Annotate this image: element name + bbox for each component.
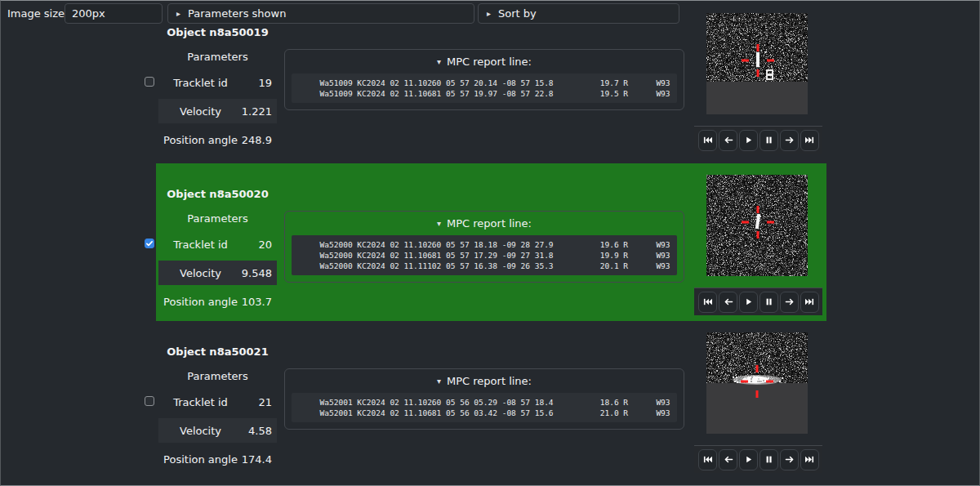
- position-angle-label: Position angle: [158, 134, 241, 146]
- parameters-header: Parameters: [158, 212, 277, 225]
- position-angle-row: Position angle 174.4: [158, 447, 277, 471]
- pause-icon: [764, 136, 773, 145]
- mpc-report-label: MPC report line:: [447, 56, 532, 68]
- mpc-report-lines: Wa52000 KC2024 02 11.10260 05 57 18.18 -…: [292, 235, 677, 275]
- arrow-left-icon: [724, 136, 733, 145]
- velocity-value: 4.58: [241, 425, 277, 437]
- tracklet-id-row: Tracklet id 19: [158, 70, 277, 95]
- position-angle-value: 248.9: [241, 134, 277, 146]
- tracklet-id-value: 20: [241, 239, 277, 251]
- play-icon: [744, 136, 753, 145]
- check-icon: [145, 239, 154, 247]
- pause-button[interactable]: [760, 292, 778, 313]
- tracklet-id-value: 21: [241, 396, 277, 408]
- velocity-label: Velocity: [158, 267, 241, 279]
- mpc-report-lines: Wa51009 KC2024 02 11.10260 05 57 20.14 -…: [292, 74, 677, 103]
- last-frame-button[interactable]: [800, 449, 819, 470]
- object-cutout-image[interactable]: [706, 175, 808, 276]
- playback-controls: [694, 288, 822, 315]
- object-select-checkbox[interactable]: [145, 396, 154, 406]
- parameters-header: Parameters: [158, 51, 277, 63]
- position-angle-row: Position angle 103.7: [158, 289, 277, 314]
- velocity-label: Velocity: [158, 105, 241, 118]
- position-angle-value: 174.4: [241, 453, 277, 466]
- first-frame-button[interactable]: [698, 130, 717, 151]
- chevron-down-icon: ▾: [437, 377, 441, 386]
- skip-forward-icon: [804, 136, 815, 145]
- chevron-down-icon: ▾: [437, 57, 441, 66]
- tracklet-id-label: Tracklet id: [158, 77, 241, 89]
- position-angle-label: Position angle: [158, 296, 241, 308]
- skip-backward-icon: [702, 297, 713, 306]
- next-frame-button[interactable]: [780, 130, 799, 151]
- tracklet-id-label: Tracklet id: [158, 239, 241, 251]
- pause-icon: [764, 455, 773, 464]
- last-frame-button[interactable]: [800, 292, 819, 313]
- first-frame-button[interactable]: [698, 292, 717, 313]
- skip-backward-icon: [702, 455, 713, 464]
- playback-controls: [694, 126, 822, 154]
- play-icon: [744, 297, 753, 306]
- mpc-report-box: ▾ MPC report line: Wa51009 KC2024 02 11.…: [284, 49, 684, 110]
- mpc-report-lines: Wa52001 KC2024 02 11.10260 05 56 05.29 -…: [292, 393, 677, 422]
- object-cutout-image[interactable]: [706, 332, 808, 434]
- object-title: Object n8a50021: [158, 346, 277, 358]
- object-row: Object n8a50020 Parameters Tracklet id 2…: [1, 163, 980, 321]
- mpc-report-expander[interactable]: ▾ MPC report line:: [292, 56, 677, 68]
- tracklet-viewer-window: Image size: ▸ Parameters shown ▸ Sort by…: [0, 0, 980, 486]
- velocity-row: Velocity 1.221: [158, 99, 277, 123]
- chevron-down-icon: ▾: [437, 219, 441, 228]
- play-icon: [744, 455, 753, 464]
- object-select-checkbox[interactable]: [145, 77, 154, 87]
- play-button[interactable]: [739, 449, 758, 470]
- arrow-right-icon: [785, 297, 795, 306]
- velocity-value: 1.221: [241, 105, 277, 118]
- playback-controls: [694, 445, 822, 473]
- mpc-report-box: ▾ MPC report line: Wa52000 KC2024 02 11.…: [284, 211, 684, 283]
- position-angle-row: Position angle 248.9: [158, 127, 277, 152]
- previous-frame-button[interactable]: [719, 292, 737, 313]
- object-title: Object n8a50019: [158, 26, 277, 38]
- velocity-value: 9.548: [241, 267, 277, 279]
- object-row: Object n8a50019 Parameters Tracklet id 1…: [1, 2, 980, 163]
- arrow-left-icon: [724, 455, 733, 464]
- object-select-checkbox[interactable]: [145, 239, 154, 248]
- tracklet-id-row: Tracklet id 21: [158, 390, 277, 414]
- object-row: Object n8a50021 Parameters Tracklet id 2…: [1, 321, 980, 486]
- tracklet-id-label: Tracklet id: [158, 396, 241, 408]
- skip-forward-icon: [804, 297, 815, 306]
- pause-button[interactable]: [760, 449, 778, 470]
- object-cutout-image[interactable]: [706, 13, 808, 114]
- mpc-report-expander[interactable]: ▾ MPC report line:: [292, 375, 677, 387]
- position-angle-label: Position angle: [158, 453, 241, 466]
- first-frame-button[interactable]: [698, 449, 717, 470]
- mpc-report-expander[interactable]: ▾ MPC report line:: [292, 217, 677, 230]
- previous-frame-button[interactable]: [719, 449, 737, 470]
- previous-frame-button[interactable]: [719, 130, 737, 151]
- next-frame-button[interactable]: [780, 449, 799, 470]
- play-button[interactable]: [739, 292, 758, 313]
- position-angle-value: 103.7: [241, 296, 277, 308]
- mpc-report-box: ▾ MPC report line: Wa52001 KC2024 02 11.…: [284, 368, 684, 430]
- pause-button[interactable]: [760, 130, 778, 151]
- arrow-left-icon: [724, 297, 733, 306]
- mpc-report-label: MPC report line:: [447, 217, 532, 230]
- tracklet-id-value: 19: [241, 77, 277, 89]
- last-frame-button[interactable]: [800, 130, 819, 151]
- tracklet-id-row: Tracklet id 20: [158, 232, 277, 256]
- pause-icon: [764, 297, 773, 306]
- velocity-row: Velocity 4.58: [158, 418, 277, 443]
- velocity-row: Velocity 9.548: [158, 261, 277, 285]
- object-title: Object n8a50020: [158, 188, 277, 200]
- play-button[interactable]: [739, 130, 758, 151]
- skip-backward-icon: [702, 136, 713, 145]
- next-frame-button[interactable]: [780, 292, 799, 313]
- arrow-right-icon: [785, 455, 795, 464]
- velocity-label: Velocity: [158, 425, 241, 437]
- arrow-right-icon: [785, 136, 795, 145]
- parameters-header: Parameters: [158, 370, 277, 382]
- skip-forward-icon: [804, 455, 815, 464]
- mpc-report-label: MPC report line:: [447, 375, 532, 387]
